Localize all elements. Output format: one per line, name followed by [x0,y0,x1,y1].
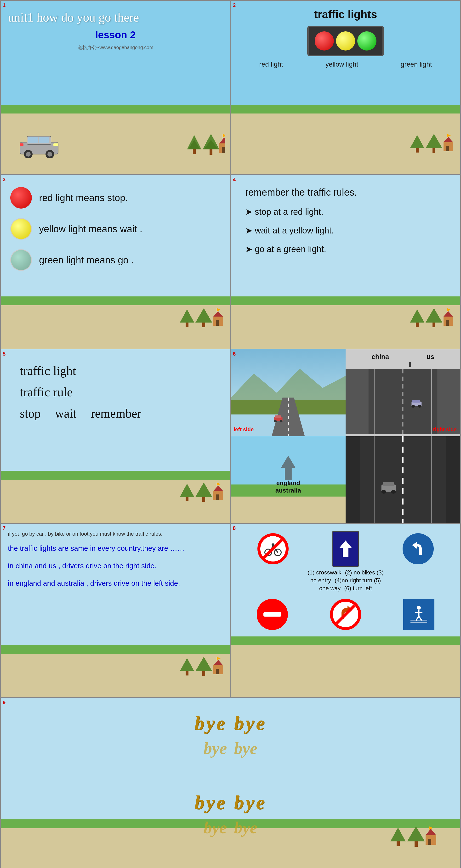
bye-text-shadow-3: bye [204,818,227,837]
yellow-circle [10,218,32,240]
bye-text-4: bye [234,792,267,813]
trees-decoration-1 [182,133,225,162]
one-way-sign [332,531,359,567]
slide-9: 9 bye bye bye bye bye bye bye bye [1,698,460,868]
left-side-label: left side [234,427,254,433]
vocab-2: traffic rule [20,385,211,399]
australia-label: australia [231,487,345,494]
svg-marker-20 [223,134,225,137]
trees-decoration-5 [178,481,225,511]
green-meaning-text: green light means go . [39,255,134,266]
right-side-label: right side [433,427,457,433]
svg-rect-111 [410,620,427,621]
svg-point-7 [48,152,52,157]
svg-rect-51 [202,497,205,502]
green-light-label: green light [401,61,432,68]
sign-label-5: one way [319,585,341,592]
svg-rect-94 [216,669,219,674]
svg-rect-85 [383,482,394,486]
svg-rect-22 [416,148,419,153]
slide-number-4: 4 [233,177,236,183]
china-label: china [371,353,389,361]
trees-decoration-4 [408,307,456,337]
bye-text-shadow-2: bye [234,739,257,758]
no-bikes-sign [257,533,288,564]
vocab-3: stop [20,406,41,421]
svg-rect-113 [397,841,400,846]
svg-marker-35 [213,311,223,316]
svg-marker-32 [195,308,212,322]
rule-2: wait at a yellow light. [231,221,460,240]
traffic-light-box [307,26,384,56]
signs-labels-3: one way (6) turn left [231,585,460,594]
svg-rect-77 [231,496,345,523]
svg-point-86 [381,490,386,494]
svg-rect-45 [446,320,449,326]
arrow-up-icon [337,539,354,558]
slide-number-8: 8 [233,525,236,531]
sign-label-1: (1) crosswalk [307,569,341,576]
svg-rect-42 [432,322,435,327]
meaning-row-red: red light means stop. [10,187,221,209]
rule-3: go at a green light. [231,240,460,258]
svg-rect-72 [412,400,420,403]
svg-marker-38 [217,308,221,311]
slide-8: 8 [231,524,460,697]
slide-number-2: 2 [233,2,236,8]
svg-marker-23 [426,134,442,148]
slide1-title: unit1 how do you go there [1,1,230,27]
svg-rect-36 [216,320,219,326]
meaning-row-green: green light means go . [10,249,221,271]
svg-marker-39 [410,309,424,322]
svg-rect-24 [432,148,435,153]
svg-marker-41 [426,308,442,322]
svg-marker-56 [217,483,221,486]
svg-rect-54 [216,494,219,500]
dark-road [345,436,460,523]
red-circle [10,187,32,209]
svg-point-5 [26,152,31,157]
rules-title: remember the traffic rules. [231,175,460,203]
slide1-subtitle: lesson 2 [1,27,230,43]
svg-point-105 [417,606,421,610]
vocab-list: traffic light traffic rule stop wait rem… [1,349,230,435]
crosswalk-sign [403,599,434,630]
svg-marker-48 [180,484,194,497]
trees-decoration-2 [408,133,456,162]
slide1-watermark: 道格办公~www.daogebangong.com [1,43,230,52]
svg-marker-50 [195,483,212,497]
pedestrian-icon [409,605,428,624]
svg-marker-96 [217,657,221,660]
slide7-blue-2: in china and us , drivers drive on the r… [1,557,230,575]
slide-6: 6 [231,349,460,523]
no-right-turn-sign [330,599,361,630]
bye-text-3: bye [194,792,227,813]
slide2-title: traffic lights [231,1,460,26]
red-meaning-text: red light means stop. [39,192,128,203]
trees-decoration-7 [178,656,225,685]
sign-label-3: no entry [310,577,331,584]
svg-rect-31 [186,322,188,327]
slide-3: 3 red light means stop. yellow light mea… [1,175,230,349]
light-labels: red light yellow light green light [231,56,460,72]
no-entry-sign [257,599,288,630]
slide-number-1: 1 [3,2,5,8]
svg-rect-33 [202,322,205,327]
svg-marker-26 [443,137,453,142]
svg-marker-53 [213,486,223,491]
sign-label-2: (2) no bikes (3) [345,569,383,576]
bye-text-1: bye [194,712,227,734]
svg-rect-63 [275,415,281,418]
svg-rect-27 [446,146,449,151]
svg-marker-90 [195,657,212,671]
bye-text-2: bye [234,712,267,734]
svg-rect-91 [202,671,205,676]
slide-number-6: 6 [233,351,236,357]
svg-marker-47 [447,308,451,311]
car-icon [15,129,63,159]
signs-top-row [231,524,460,569]
red-light-circle [315,31,334,51]
trees-decoration-9 [389,825,441,857]
green-circle [10,249,32,271]
china-road: left side [231,349,345,436]
